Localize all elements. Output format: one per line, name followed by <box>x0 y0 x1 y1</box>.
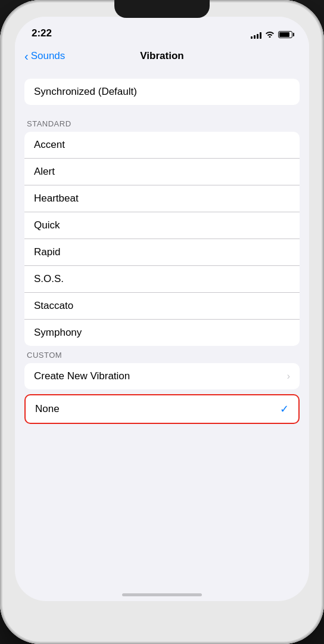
content-area: Synchronized (Default) STANDARD Accent A… <box>15 69 309 593</box>
synchronized-group: Synchronized (Default) <box>24 79 300 105</box>
item-rapid: Rapid <box>34 246 60 258</box>
status-bar: 2:22 <box>15 17 309 43</box>
list-item[interactable]: Alert <box>24 159 300 185</box>
battery-icon <box>278 31 292 38</box>
signal-icon <box>251 31 261 39</box>
list-item[interactable]: S.O.S. <box>24 266 300 293</box>
item-heartbeat: Heartbeat <box>34 193 79 205</box>
synchronized-section: Synchronized (Default) <box>15 79 309 105</box>
item-quick: Quick <box>34 219 60 231</box>
standard-section-label: STANDARD <box>15 119 309 132</box>
checkmark-icon: ✓ <box>280 402 289 416</box>
none-row-wrapper: None ✓ <box>24 394 300 424</box>
custom-section-label: CUSTOM <box>15 351 309 363</box>
status-time: 2:22 <box>32 27 52 39</box>
item-staccato: Staccato <box>34 300 73 312</box>
create-new-vibration-label: Create New Vibration <box>34 370 130 382</box>
nav-bar: ‹ Sounds Vibration <box>15 43 309 69</box>
standard-section: STANDARD Accent Alert Heartbeat Quick <box>15 119 309 346</box>
create-new-vibration-item[interactable]: Create New Vibration › <box>24 363 300 389</box>
list-item[interactable]: Quick <box>24 212 300 239</box>
back-button[interactable]: ‹ Sounds <box>24 50 65 62</box>
list-item[interactable]: Accent <box>24 132 300 159</box>
item-accent: Accent <box>34 139 65 151</box>
phone-frame: 2:22 <box>0 0 324 644</box>
synchronized-label: Synchronized (Default) <box>34 86 137 98</box>
wifi-icon <box>265 30 275 39</box>
list-item[interactable]: Staccato <box>24 293 300 320</box>
item-symphony: Symphony <box>34 327 82 339</box>
home-indicator <box>122 593 202 596</box>
list-item[interactable]: Symphony <box>24 320 300 346</box>
list-item[interactable]: Heartbeat <box>24 185 300 212</box>
back-label: Sounds <box>31 50 66 62</box>
page-title: Vibration <box>140 50 183 62</box>
back-chevron-icon: ‹ <box>24 50 29 62</box>
item-alert: Alert <box>34 166 55 178</box>
notch <box>114 0 210 18</box>
custom-list: Create New Vibration › <box>24 363 300 389</box>
custom-section: CUSTOM Create New Vibration › <box>15 351 309 389</box>
synchronized-item[interactable]: Synchronized (Default) <box>24 79 300 105</box>
list-item[interactable]: Rapid <box>24 239 300 266</box>
phone-screen: 2:22 <box>15 17 309 601</box>
none-label: None <box>35 403 60 415</box>
item-sos: S.O.S. <box>34 273 64 285</box>
status-icons <box>251 30 292 39</box>
none-item[interactable]: None ✓ <box>24 394 300 424</box>
chevron-right-icon: › <box>287 371 290 382</box>
standard-list: Accent Alert Heartbeat Quick Rapid <box>24 132 300 346</box>
